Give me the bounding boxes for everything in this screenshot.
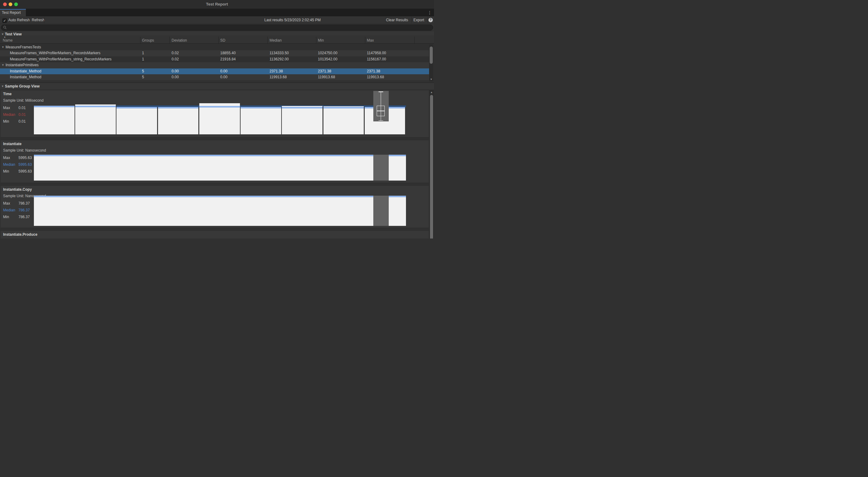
- test-name: InstantiatePrimitives: [5, 62, 38, 68]
- scroll-down-icon[interactable]: ▼: [429, 78, 433, 81]
- sample-group-view-foldout[interactable]: ▼ Sample Group View: [0, 83, 434, 90]
- test-group-row[interactable]: ▼InstantiatePrimitives: [0, 62, 429, 68]
- test-result-row[interactable]: MeasureFrames_WithProfilerMarkers_string…: [0, 56, 429, 62]
- cell-median: 2371.38: [270, 68, 283, 74]
- scroll-up-icon[interactable]: ▲: [429, 91, 434, 94]
- test-result-row[interactable]: MeasureFrames_WithProfilerMarkers_Record…: [0, 50, 429, 56]
- sample-view-scrollbar-thumb[interactable]: [430, 95, 433, 239]
- sample-bar: [323, 109, 364, 135]
- sample-bar: [117, 109, 157, 135]
- foldout-open-icon[interactable]: ▼: [2, 44, 4, 50]
- sample-group-view-title: Sample Group View: [5, 84, 39, 88]
- refresh-button[interactable]: Refresh: [29, 16, 47, 24]
- cell-groups: 5: [142, 74, 144, 80]
- test-view-table: ▲ Name Groups Deviation SD Median Min Ma…: [0, 35, 434, 83]
- sample-bar-max-cap: [199, 103, 240, 106]
- sample-bar: [158, 109, 199, 135]
- sample-group-name: Instantiate.Produce: [3, 232, 37, 237]
- clear-results-label: Clear Results: [386, 18, 408, 22]
- toolbar-separator: [427, 17, 428, 23]
- column-header-sd[interactable]: SD: [220, 38, 225, 42]
- stat-label-median: Median: [3, 208, 15, 212]
- search-icon: [3, 26, 6, 29]
- stat-label-max: Max: [3, 201, 10, 206]
- sample-unit-label: Sample Unit: Nanosecond: [3, 148, 46, 152]
- column-divider[interactable]: [365, 37, 365, 43]
- help-icon[interactable]: ?: [429, 18, 433, 22]
- column-header-groups[interactable]: Groups: [142, 38, 154, 42]
- cell-sd: 0.00: [220, 68, 227, 74]
- sample-group-card: Instantiate.ProduceSample Unit: Nanoseco…: [1, 231, 429, 239]
- test-name: Instantiate_Method: [10, 68, 41, 74]
- stat-label-median: Median: [3, 113, 15, 117]
- sample-group-card: InstantiateSample Unit: NanosecondMax599…: [1, 140, 429, 183]
- toolbar-separator: [44, 17, 44, 23]
- refresh-label: Refresh: [32, 18, 45, 22]
- last-results-text: Last results 5/23/2023 2:02:45 PM: [262, 16, 323, 24]
- clear-results-button[interactable]: Clear Results: [383, 16, 411, 24]
- sample-distribution-chart: [34, 103, 406, 135]
- sample-bar: [241, 109, 281, 135]
- column-header-median[interactable]: Median: [270, 38, 282, 42]
- column-header-deviation[interactable]: Deviation: [172, 38, 187, 42]
- cell-groups: 5: [142, 68, 144, 74]
- sample-bar: [34, 156, 406, 181]
- sample-bar: [75, 107, 116, 135]
- stat-label-min: Min: [3, 215, 9, 219]
- sample-bar: [282, 109, 322, 135]
- sample-bar: [34, 107, 74, 135]
- tab-label: Test Report: [2, 10, 21, 15]
- tab-test-report[interactable]: Test Report: [0, 9, 26, 16]
- cell-deviation: 0.02: [172, 50, 179, 56]
- column-divider[interactable]: [169, 37, 170, 43]
- boxplot-whisker-cap: [378, 120, 383, 121]
- column-header-name[interactable]: Name: [3, 38, 12, 42]
- cell-deviation: 0.00: [172, 68, 179, 74]
- export-button[interactable]: Export: [411, 16, 427, 24]
- cell-deviation: 0.00: [172, 74, 179, 80]
- column-divider[interactable]: [316, 37, 316, 43]
- foldout-open-icon[interactable]: ▼: [1, 83, 4, 90]
- test-group-row[interactable]: ▼MeasureFramesTests: [0, 44, 429, 50]
- cell-min: 2371.38: [318, 68, 331, 74]
- cell-sd: 0.00: [220, 74, 227, 80]
- test-name: MeasureFrames_WithProfilerMarkers_string…: [10, 56, 112, 62]
- sample-group-view: TimeSample Unit: MillisecondMax0.01Media…: [0, 90, 434, 239]
- cell-min: 1024750.00: [318, 50, 337, 56]
- test-result-row[interactable]: Instantiate_Method50.000.002371.382371.3…: [0, 68, 429, 74]
- table-scrollbar-thumb[interactable]: [430, 47, 433, 64]
- sort-ascending-icon: ▲: [4, 36, 6, 38]
- stat-value-min: 786.37: [19, 215, 30, 219]
- test-result-row[interactable]: Instantiate_Method50.000.00119913.681199…: [0, 74, 429, 80]
- stat-value-median: 5995.63: [19, 162, 32, 167]
- column-header-min[interactable]: Min: [318, 38, 324, 42]
- window-menu-icon[interactable]: ⋮: [427, 10, 432, 16]
- search-field[interactable]: [1, 25, 433, 30]
- tab-bar: Test Report ⋮: [0, 9, 434, 16]
- stat-label-max: Max: [3, 156, 10, 160]
- cell-sd: 18855.40: [220, 50, 236, 56]
- column-divider[interactable]: [414, 37, 414, 43]
- column-header-max[interactable]: Max: [367, 38, 374, 42]
- table-scrollbar[interactable]: ▼: [429, 44, 433, 81]
- cell-max: 119913.68: [367, 74, 384, 80]
- auto-refresh-label: Auto Refresh: [8, 18, 30, 22]
- cell-median: 1136292.00: [270, 56, 289, 62]
- sample-bar: [34, 197, 406, 226]
- column-divider[interactable]: [267, 37, 268, 43]
- boxplot-column: [373, 91, 389, 121]
- sample-view-scrollbar[interactable]: ▲: [429, 90, 434, 239]
- foldout-open-icon[interactable]: ▼: [2, 62, 4, 68]
- cell-min: 1013542.00: [318, 56, 337, 62]
- column-divider[interactable]: [218, 37, 219, 43]
- search-input[interactable]: [8, 25, 430, 30]
- test-name: MeasureFramesTests: [5, 44, 41, 50]
- checkbox-checked-icon[interactable]: ✓: [2, 19, 7, 23]
- stat-label-median: Median: [3, 162, 15, 167]
- auto-refresh-toggle[interactable]: ✓Auto Refresh: [0, 16, 32, 24]
- boxplot-column: [373, 155, 389, 181]
- cell-groups: 1: [142, 50, 144, 56]
- cell-min: 119913.68: [318, 74, 335, 80]
- stat-value-median: 786.37: [19, 208, 30, 212]
- column-divider[interactable]: [140, 37, 141, 43]
